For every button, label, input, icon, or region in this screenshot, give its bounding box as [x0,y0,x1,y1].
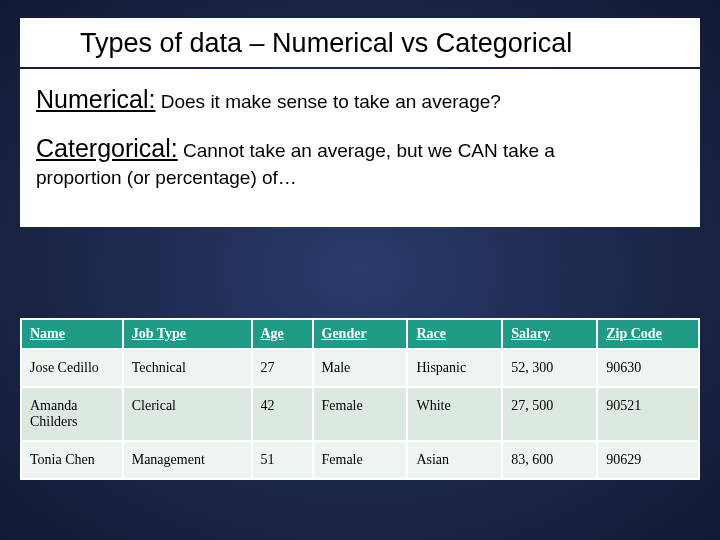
cell-age: 27 [252,349,313,387]
categorical-lead: Catergorical: [36,134,178,162]
cell-gender: Female [313,441,408,479]
data-table-wrap: Name Job Type Age Gender Race Salary Zip… [20,318,700,480]
cell-jobtype: Clerical [123,387,252,441]
cell-race: White [407,387,502,441]
numerical-rest: Does it make sense to take an average? [155,91,500,112]
numerical-line: Numerical: Does it make sense to take an… [36,83,684,116]
cell-salary: 83, 600 [502,441,597,479]
col-gender: Gender [313,319,408,349]
cell-zip: 90629 [597,441,699,479]
categorical-rest: Cannot take an average, but we CAN take … [178,140,555,161]
cell-name: Amanda Childers [21,387,123,441]
categorical-cont: proportion (or percentage) of… [36,166,684,191]
cell-zip: 90630 [597,349,699,387]
numerical-lead: Numerical: [36,85,155,113]
cell-name: Jose Cedillo [21,349,123,387]
cell-salary: 52, 300 [502,349,597,387]
table-row: Tonia Chen Management 51 Female Asian 83… [21,441,699,479]
table-row: Jose Cedillo Technical 27 Male Hispanic … [21,349,699,387]
col-age: Age [252,319,313,349]
col-salary: Salary [502,319,597,349]
cell-age: 51 [252,441,313,479]
title-box: Types of data – Numerical vs Categorical [20,18,700,67]
col-name: Name [21,319,123,349]
cell-zip: 90521 [597,387,699,441]
col-jobtype: Job Type [123,319,252,349]
body-box: Numerical: Does it make sense to take an… [20,69,700,227]
cell-age: 42 [252,387,313,441]
table-row: Amanda Childers Clerical 42 Female White… [21,387,699,441]
col-race: Race [407,319,502,349]
slide: Types of data – Numerical vs Categorical… [0,18,720,540]
cell-race: Hispanic [407,349,502,387]
cell-salary: 27, 500 [502,387,597,441]
cell-jobtype: Technical [123,349,252,387]
cell-gender: Male [313,349,408,387]
table-header-row: Name Job Type Age Gender Race Salary Zip… [21,319,699,349]
slide-title: Types of data – Numerical vs Categorical [80,28,682,59]
cell-gender: Female [313,387,408,441]
categorical-line: Catergorical: Cannot take an average, bu… [36,132,684,165]
col-zip: Zip Code [597,319,699,349]
cell-jobtype: Management [123,441,252,479]
cell-race: Asian [407,441,502,479]
cell-name: Tonia Chen [21,441,123,479]
data-table: Name Job Type Age Gender Race Salary Zip… [20,318,700,480]
